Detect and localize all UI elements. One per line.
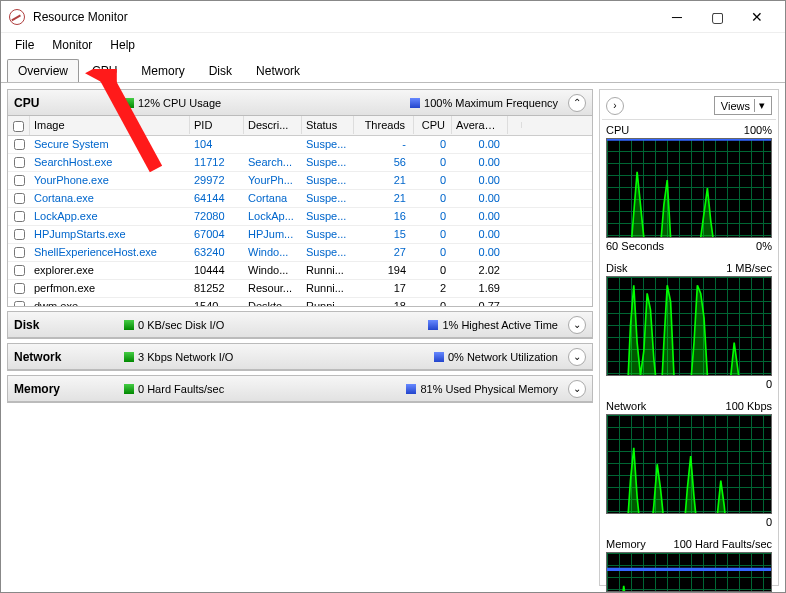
row-checkbox[interactable]: [14, 139, 25, 150]
graph-cpu-canvas: [606, 138, 772, 238]
panel-memory-expand[interactable]: ⌄: [568, 380, 586, 398]
menu-help[interactable]: Help: [102, 36, 143, 54]
row-checkbox[interactable]: [14, 211, 25, 222]
table-row[interactable]: LockApp.exe72080LockAp...Suspe...1600.00: [8, 208, 592, 226]
graph-network: Network100 Kbps 0: [602, 396, 776, 534]
cell-threads: 194: [354, 263, 414, 277]
table-row[interactable]: perfmon.exe81252Resour...Runni...1721.69: [8, 280, 592, 298]
cell-status: Suspe...: [302, 245, 354, 259]
panel-network: Network 3 Kbps Network I/O 0% Network Ut…: [7, 343, 593, 371]
panel-disk-title: Disk: [14, 318, 114, 332]
panel-disk-expand[interactable]: ⌄: [568, 316, 586, 334]
cell-cpu: 0: [414, 299, 452, 306]
col-description[interactable]: Descri...: [244, 116, 302, 134]
graph-memory-label: Memory: [606, 538, 646, 550]
row-checkbox[interactable]: [14, 265, 25, 276]
cell-pid: 63240: [190, 245, 244, 259]
panel-cpu: CPU 12% CPU Usage 100% Maximum Frequency…: [7, 89, 593, 307]
col-pid[interactable]: PID: [190, 116, 244, 134]
table-row[interactable]: Secure System104Suspe...-00.00: [8, 136, 592, 154]
graph-memory-canvas: [606, 552, 772, 592]
table-header: Image PID Descri... Status Threads CPU A…: [8, 116, 592, 136]
tab-overview[interactable]: Overview: [7, 59, 79, 82]
tab-memory[interactable]: Memory: [130, 59, 195, 82]
graph-cpu-xL: 60 Seconds: [606, 240, 664, 252]
cell-pid: 104: [190, 137, 244, 151]
views-dropdown[interactable]: Views▾: [714, 96, 772, 115]
graphs-nav-button[interactable]: ›: [606, 97, 624, 115]
cell-image: HPJumpStarts.exe: [30, 227, 190, 241]
col-image[interactable]: Image: [30, 116, 190, 134]
graph-network-xR: 0: [766, 516, 772, 528]
panel-disk: Disk 0 KB/sec Disk I/O 1% Highest Active…: [7, 311, 593, 339]
table-row[interactable]: dwm.exe1540Deskto...Runni...1800.77: [8, 298, 592, 306]
cell-status: Suspe...: [302, 137, 354, 151]
close-button[interactable]: ✕: [737, 3, 777, 31]
panel-cpu-title: CPU: [14, 96, 114, 110]
cell-desc: Resour...: [244, 281, 302, 295]
table-row[interactable]: HPJumpStarts.exe67004HPJum...Suspe...150…: [8, 226, 592, 244]
graph-memory: Memory100 Hard Faults/sec: [602, 534, 776, 593]
panel-disk-header[interactable]: Disk 0 KB/sec Disk I/O 1% Highest Active…: [8, 312, 592, 338]
minimize-button[interactable]: ─: [657, 3, 697, 31]
cell-cpu: 0: [414, 155, 452, 169]
tab-cpu[interactable]: CPU: [81, 59, 128, 82]
tab-disk[interactable]: Disk: [198, 59, 243, 82]
cell-avg: 0.00: [452, 245, 508, 259]
cell-status: Runni...: [302, 281, 354, 295]
menu-file[interactable]: File: [7, 36, 42, 54]
cell-avg: 0.00: [452, 209, 508, 223]
cell-desc: Cortana: [244, 191, 302, 205]
cell-image: Secure System: [30, 137, 190, 151]
row-checkbox[interactable]: [14, 283, 25, 294]
cell-desc: Windo...: [244, 245, 302, 259]
network-io-metric: 3 Kbps Network I/O: [124, 351, 233, 363]
cell-avg: 0.00: [452, 155, 508, 169]
disk-active-metric: 1% Highest Active Time: [428, 319, 558, 331]
table-row[interactable]: ShellExperienceHost.exe63240Windo...Susp…: [8, 244, 592, 262]
row-checkbox[interactable]: [14, 157, 25, 168]
table-row[interactable]: SearchHost.exe11712Search...Suspe...5600…: [8, 154, 592, 172]
cell-image: ShellExperienceHost.exe: [30, 245, 190, 259]
cell-pid: 81252: [190, 281, 244, 295]
graph-cpu: CPU100% 60 Seconds0%: [602, 120, 776, 258]
panel-cpu-header[interactable]: CPU 12% CPU Usage 100% Maximum Frequency…: [8, 90, 592, 116]
col-threads[interactable]: Threads: [354, 116, 414, 134]
cell-avg: 0.00: [452, 191, 508, 205]
table-row[interactable]: Cortana.exe64144CortanaSuspe...2100.00: [8, 190, 592, 208]
panel-memory-header[interactable]: Memory 0 Hard Faults/sec 81% Used Physic…: [8, 376, 592, 402]
cell-desc: [244, 143, 302, 145]
maximize-button[interactable]: ▢: [697, 3, 737, 31]
panel-cpu-collapse[interactable]: ⌃: [568, 94, 586, 112]
menu-monitor[interactable]: Monitor: [44, 36, 100, 54]
cell-avg: 0.00: [452, 137, 508, 151]
cell-threads: 21: [354, 173, 414, 187]
graphs-panel: › Views▾ CPU100% 60 Seconds0% Disk1 MB/s…: [599, 89, 779, 586]
col-scroll: [508, 122, 522, 128]
table-row[interactable]: explorer.exe10444Windo...Runni...19402.0…: [8, 262, 592, 280]
row-checkbox[interactable]: [14, 301, 25, 306]
row-checkbox[interactable]: [14, 247, 25, 258]
cell-avg: 0.00: [452, 227, 508, 241]
col-status[interactable]: Status: [302, 116, 354, 134]
graph-cpu-xR: 0%: [756, 240, 772, 252]
row-checkbox[interactable]: [14, 175, 25, 186]
col-average[interactable]: Averag...: [452, 116, 508, 134]
graph-disk: Disk1 MB/sec 0: [602, 258, 776, 396]
panel-network-header[interactable]: Network 3 Kbps Network I/O 0% Network Ut…: [8, 344, 592, 370]
row-checkbox[interactable]: [14, 229, 25, 240]
cell-avg: 2.02: [452, 263, 508, 277]
cell-status: Suspe...: [302, 227, 354, 241]
cell-cpu: 0: [414, 191, 452, 205]
cell-status: Runni...: [302, 299, 354, 306]
cell-cpu: 2: [414, 281, 452, 295]
col-cpu[interactable]: CPU: [414, 116, 452, 134]
col-check[interactable]: [8, 116, 30, 135]
cell-threads: -: [354, 137, 414, 151]
tab-network[interactable]: Network: [245, 59, 311, 82]
row-checkbox[interactable]: [14, 193, 25, 204]
panel-network-expand[interactable]: ⌄: [568, 348, 586, 366]
table-row[interactable]: YourPhone.exe29972YourPh...Suspe...2100.…: [8, 172, 592, 190]
cell-threads: 27: [354, 245, 414, 259]
cell-threads: 16: [354, 209, 414, 223]
